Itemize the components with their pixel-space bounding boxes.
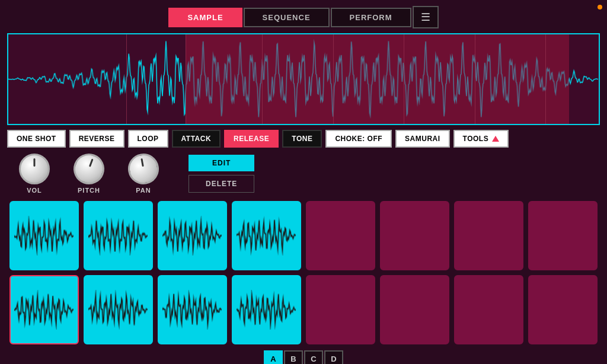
- bottom-tabs: ABCD: [7, 350, 600, 364]
- pad-6[interactable]: [454, 201, 523, 270]
- edit-button[interactable]: EDIT: [189, 155, 254, 171]
- tab-perform[interactable]: PERFORM: [331, 8, 411, 27]
- pan-knob[interactable]: [126, 151, 161, 187]
- reverse-button[interactable]: REVERSE: [69, 130, 124, 148]
- pad-5[interactable]: [380, 201, 449, 270]
- pad-7[interactable]: [528, 201, 598, 270]
- pad-12[interactable]: [306, 275, 375, 344]
- pad-13[interactable]: [380, 275, 449, 344]
- pad-0[interactable]: [9, 201, 79, 270]
- pad-15[interactable]: [528, 275, 598, 344]
- vol-knob[interactable]: [19, 154, 50, 184]
- pad-grid: [7, 201, 600, 344]
- grid-line: [545, 34, 546, 124]
- one-shot-button[interactable]: ONE ShoT: [7, 130, 66, 148]
- top-nav: SAMPLE SEQUENCE PERFORM ☰: [7, 6, 600, 28]
- knobs-row: VOL PITCH PAN EDIT DELETE: [7, 154, 600, 194]
- pad-waveform-0: [14, 216, 75, 256]
- pad-14[interactable]: [454, 275, 523, 344]
- grid-line: [262, 34, 263, 124]
- pad-waveform-10: [162, 290, 223, 330]
- pad-2[interactable]: [158, 201, 227, 270]
- tab-sequence[interactable]: SEQUENCE: [244, 8, 330, 27]
- pad-waveform-11: [237, 290, 297, 330]
- choke-off-button[interactable]: CHOKE: OFF: [325, 130, 392, 148]
- pad-waveform-8: [14, 290, 75, 330]
- app-container: SAMPLE SEQUENCE PERFORM ☰ ONE ShoT REVER…: [0, 0, 607, 364]
- orange-dot: [598, 5, 602, 9]
- grid-line: [333, 34, 334, 124]
- pad-3[interactable]: [232, 201, 301, 270]
- pitch-knob-group: PITCH: [74, 154, 104, 194]
- tools-arrow-icon: [492, 136, 499, 142]
- pan-knob-group: PAN: [128, 154, 159, 194]
- pad-waveform-9: [88, 290, 149, 330]
- page-tab-b[interactable]: B: [284, 350, 303, 364]
- pad-10[interactable]: [158, 275, 227, 344]
- page-tab-c[interactable]: C: [304, 350, 323, 364]
- controls-row: ONE ShoT REVERSE LOOP ATTACK RELEASE TON…: [7, 130, 600, 148]
- pan-label: PAN: [136, 187, 151, 194]
- pad-waveform-1: [88, 216, 149, 256]
- vol-knob-group: VOL: [19, 154, 50, 194]
- grid-line: [404, 34, 404, 124]
- delete-button[interactable]: DELETE: [189, 175, 254, 193]
- pad-1[interactable]: [84, 201, 153, 270]
- vol-label: VOL: [27, 187, 42, 194]
- pitch-knob[interactable]: [69, 149, 109, 189]
- grid-line: [475, 34, 475, 124]
- loop-button[interactable]: LOOP: [128, 130, 168, 148]
- waveform-selection-overlay: [186, 34, 569, 124]
- tab-sample[interactable]: SAMPLE: [168, 8, 242, 27]
- grid-line: [126, 34, 127, 124]
- pad-8[interactable]: [9, 275, 79, 344]
- pad-11[interactable]: [232, 275, 301, 344]
- tools-button[interactable]: TOOLS: [453, 130, 509, 148]
- page-tab-a[interactable]: A: [264, 350, 283, 364]
- pad-waveform-2: [162, 216, 223, 256]
- waveform-container: [7, 33, 600, 125]
- attack-button[interactable]: ATTACK: [172, 130, 221, 148]
- pitch-label: PITCH: [78, 187, 100, 194]
- menu-button[interactable]: ☰: [413, 6, 439, 28]
- pad-waveform-3: [237, 216, 297, 256]
- tone-button[interactable]: TONE: [282, 130, 322, 148]
- pad-9[interactable]: [84, 275, 153, 344]
- pad-4[interactable]: [306, 201, 375, 270]
- release-button[interactable]: RELEASE: [224, 130, 279, 148]
- grid-line: [186, 34, 186, 124]
- page-tab-d[interactable]: D: [324, 350, 343, 364]
- edit-delete-group: EDIT DELETE: [189, 155, 254, 193]
- samurai-button[interactable]: SAMURAI: [395, 130, 450, 148]
